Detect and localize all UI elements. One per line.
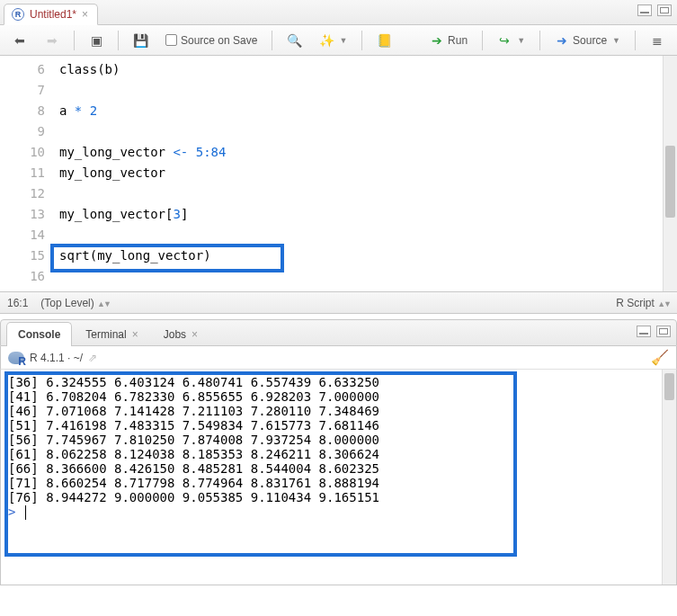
editor-tab-bar: R Untitled1* × [0,0,677,25]
editor-pane: R Untitled1* × ⬅ ➡ ▣ 💾 Source on Save 🔍 … [0,0,677,314]
run-button[interactable]: ➔Run [424,31,473,50]
scrollbar-thumb[interactable] [665,146,675,218]
editor-scrollbar[interactable] [663,56,677,291]
clear-console-button[interactable]: 🧹 [651,349,669,366]
tab-jobs[interactable]: Jobs× [152,322,209,346]
run-label: Run [448,34,468,47]
code-editor[interactable]: 678910111213141516 class(b)a * 2my_long_… [0,56,677,291]
updown-icon: ▲▼ [97,299,110,308]
source-icon: ➜ [555,33,569,48]
outline-button[interactable]: ≣ [645,31,670,50]
tab-console[interactable]: Console [6,322,72,346]
chevron-down-icon: ▼ [339,36,347,45]
pane-window-buttons [637,326,671,337]
source-on-save-label: Source on Save [181,34,257,47]
editor-toolbar: ⬅ ➡ ▣ 💾 Source on Save 🔍 ✨▼ 📒 ➔Run ↪▼ ➜S… [0,25,677,56]
console-tab-bar: Console Terminal× Jobs× [0,319,677,346]
rerun-icon: ↪ [497,33,512,48]
maximize-pane-button[interactable] [656,326,671,337]
source-on-save-toggle[interactable]: Source on Save [160,31,263,49]
run-icon: ➔ [430,33,444,48]
console-scrollbar[interactable] [662,370,676,585]
notebook-icon: 📒 [377,33,391,48]
r-version-label: R 4.1.1 · ~/ [30,352,83,364]
source-label: Source [573,34,607,47]
back-button[interactable]: ⬅ [7,31,32,50]
close-icon[interactable]: × [132,328,138,341]
forward-button[interactable]: ➡ [40,31,65,50]
save-button[interactable]: 💾 [128,31,153,50]
console-body-wrap: [36] 6.324555 6.403124 6.480741 6.557439… [0,370,677,585]
wd-popout-icon[interactable]: ⇗ [88,352,97,364]
updown-icon: ▲▼ [657,299,670,308]
code-tools-button[interactable]: ✨▼ [314,31,352,50]
close-icon[interactable]: × [82,9,88,20]
wand-icon: ✨ [319,33,334,48]
tab-terminal[interactable]: Terminal× [74,322,149,346]
minimize-pane-button[interactable] [637,326,651,337]
minimize-pane-button[interactable] [637,4,652,16]
pane-window-buttons [637,4,672,16]
maximize-pane-button[interactable] [657,4,672,16]
close-icon[interactable]: × [192,328,198,341]
file-tab-untitled[interactable]: R Untitled1* × [4,4,98,25]
compile-report-button[interactable]: 📒 [371,31,396,50]
console-subheader: R 4.1.1 · ~/ ⇗ 🧹 [0,346,677,370]
find-button[interactable]: 🔍 [281,31,307,50]
console-pane: Console Terminal× Jobs× R 4.1.1 · ~/ ⇗ 🧹… [0,319,677,585]
chevron-down-icon: ▼ [517,36,525,45]
scrollbar-thumb[interactable] [664,373,674,400]
checkbox-icon [165,34,177,46]
language-indicator[interactable]: R Script ▲▼ [616,297,670,309]
editor-statusbar: 16:1 (Top Level) ▲▼ R Script ▲▼ [0,291,677,313]
r-file-icon: R [12,8,24,21]
save-icon: 💾 [133,33,147,48]
line-gutter: 678910111213141516 [0,56,54,291]
arrow-left-icon: ⬅ [13,33,27,48]
chevron-down-icon: ▼ [612,36,620,45]
scope-indicator[interactable]: (Top Level) ▲▼ [40,297,110,309]
cursor-position: 16:1 [7,297,28,309]
source-button[interactable]: ➜Source▼ [549,31,626,50]
outline-icon: ≣ [650,33,664,48]
console-output[interactable]: [36] 6.324555 6.403124 6.480741 6.557439… [1,370,662,585]
r-logo-icon [8,352,24,364]
show-in-new-window-button[interactable]: ▣ [84,31,109,50]
rerun-button[interactable]: ↪▼ [492,31,530,50]
file-tab-title: Untitled1* [30,8,76,21]
arrow-right-icon: ➡ [45,33,59,48]
search-icon: 🔍 [287,33,301,48]
popout-icon: ▣ [89,33,103,48]
code-body[interactable]: class(b)a * 2my_long_vector <- 5:84my_lo… [54,56,663,291]
